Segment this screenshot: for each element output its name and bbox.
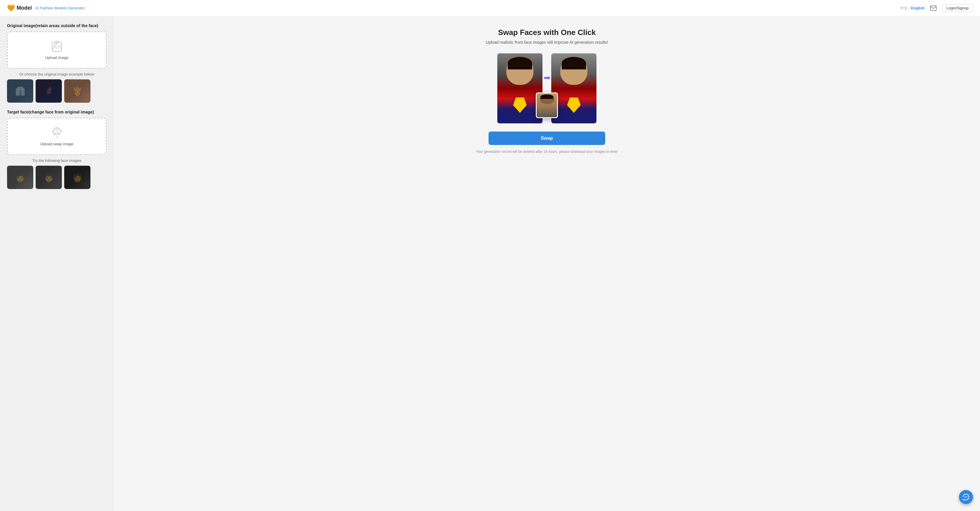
swap-section: Swap Faces with One Click Upload realist… (465, 28, 628, 154)
svg-point-13 (966, 497, 967, 498)
header-right: 中文 / English Login/Signup (900, 4, 973, 12)
upload-swap-label: Upload swap image (40, 142, 73, 146)
lang-en[interactable]: English (911, 6, 924, 10)
upload-image-label: Upload image (45, 56, 68, 60)
lang-switcher: 中文 / English (900, 6, 924, 11)
notice-text: Your generation record will be deleted a… (465, 150, 628, 154)
svg-point-7 (56, 129, 58, 131)
logo-icon: 🧡 (7, 4, 15, 12)
upload-image-box[interactable]: Upload image (7, 32, 107, 68)
lang-zh[interactable]: 中文 (900, 6, 908, 10)
target-face-title: Target face(change face from original im… (7, 110, 107, 114)
or-choose-text: Or choose the original image example bel… (7, 72, 107, 76)
svg-point-12 (964, 497, 966, 498)
svg-point-2 (54, 44, 56, 46)
example-img-3[interactable]: 👸 (64, 80, 91, 103)
sidebar: Original image(retain areas outside of t… (0, 16, 114, 511)
mail-icon[interactable] (929, 4, 937, 12)
swap-example-2[interactable]: 👨 (36, 166, 62, 189)
header: 🧡 Model AI Fashion Models Generator 中文 /… (0, 0, 980, 16)
login-button[interactable]: Login/Signup (942, 4, 973, 12)
header-left: 🧡 Model AI Fashion Models Generator (7, 4, 85, 12)
original-image-title: Original image(retain areas outside of t… (7, 23, 107, 28)
upload-swap-box[interactable]: Upload swap image (7, 118, 107, 155)
swap-button[interactable]: Swap (488, 132, 605, 145)
svg-rect-0 (931, 6, 936, 11)
svg-point-14 (967, 497, 968, 498)
nav-link[interactable]: AI Fashion Models Generator (35, 6, 85, 10)
try-faces-text: Try the following face images (7, 158, 107, 163)
demo-composite: ➡ (465, 53, 628, 123)
original-examples: 👔 🦸 👸 (7, 80, 107, 103)
main-layout: Original image(retain areas outside of t… (0, 16, 980, 511)
target-examples: 🧑 👨 🧑 (7, 166, 107, 189)
swap-example-3[interactable]: 🧑 (64, 166, 91, 189)
swap-title: Swap Faces with One Click (465, 28, 628, 37)
swap-subtitle: Upload realistic front face images will … (465, 40, 628, 45)
example-img-1[interactable]: 👔 (7, 80, 33, 103)
example-img-2[interactable]: 🦸 (36, 80, 62, 103)
main-content: Swap Faces with One Click Upload realist… (114, 16, 980, 511)
logo-text: Model (17, 5, 32, 11)
logo: 🧡 Model (7, 4, 32, 12)
swap-example-1[interactable]: 🧑 (7, 166, 33, 189)
chat-bubble[interactable] (959, 490, 973, 504)
